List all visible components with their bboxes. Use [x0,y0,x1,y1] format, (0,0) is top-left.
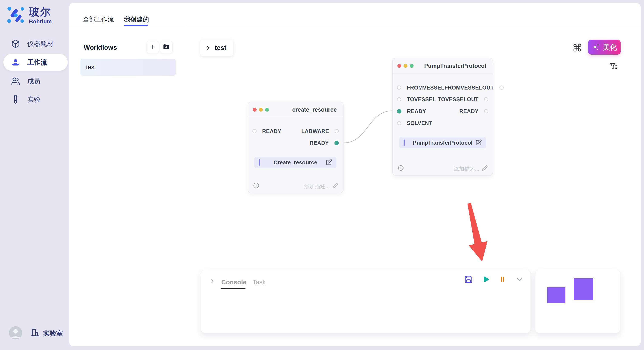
input-port-ready[interactable]: READY [397,108,426,114]
filter-button[interactable] [609,62,618,71]
red-annotation-arrow [459,200,497,268]
node-header: create_resource [248,102,343,117]
sidebar-footer: 实验室 [0,326,69,350]
input-port-ready[interactable]: READY [252,128,281,134]
input-port-tovessel[interactable]: TOVESSEL [397,96,436,103]
input-port-solvent[interactable]: SOLVENT [397,120,432,126]
output-port-fromvesselout[interactable]: FROMVESSELOUT [444,85,504,91]
package-icon [11,39,20,48]
sidebar-item-workflows[interactable]: 工作流 [4,54,68,71]
pause-button[interactable] [498,275,507,284]
save-button[interactable] [464,275,473,284]
node-pump-transfer-protocol[interactable]: PumpTransferProtocol FROMVESSEL FROMVESS… [392,58,493,176]
node-action-label: Create_resource [254,159,336,166]
tab-created-by-me[interactable]: 我创建的 [124,15,149,24]
add-workflow-button[interactable] [146,41,159,53]
workflow-tabbar: 全部工作流 我创建的 [69,3,640,26]
sidebar-item-instruments[interactable]: 仪器耗材 [4,35,68,52]
traffic-dots-icon [253,108,269,112]
node-create-resource[interactable]: create_resource READY LABWARE READY [248,102,344,193]
console-tab-underline [221,288,246,289]
port-handle-icon[interactable] [397,121,401,125]
minimap-node [547,287,566,303]
beautify-button[interactable]: 美化 [588,40,620,55]
sidebar-item-members[interactable]: 成员 [4,73,68,90]
traffic-dots-icon [398,64,414,68]
output-port-ready[interactable]: READY [459,108,488,114]
edit-icon[interactable] [326,159,332,167]
description-placeholder[interactable]: 添加描述... [304,183,330,190]
import-folder-button[interactable] [160,41,172,53]
active-tab-underline [124,25,148,26]
port-label: FROMVESSELOUT [444,85,494,91]
text-caret [404,140,405,146]
port-handle-icon[interactable] [334,141,339,145]
minimap-node [574,278,593,300]
test-tube-icon [11,95,20,104]
workspace-label[interactable]: 实验室 [43,329,63,338]
node-title: PumpTransferProtocol [424,58,486,74]
port-label: READY [310,140,329,146]
run-button[interactable] [481,275,490,284]
sidebar-item-label: 仪器耗材 [27,39,54,48]
port-handle-icon[interactable] [500,85,504,90]
sparkles-icon [592,43,600,51]
breadcrumb[interactable]: test [200,39,234,56]
workflow-list-panel: Workflows test [69,26,186,340]
info-icon[interactable] [253,182,259,189]
text-caret [259,159,260,166]
node-header: PumpTransferProtocol [393,58,492,74]
pencil-icon[interactable] [332,182,338,189]
port-handle-icon[interactable] [484,97,488,101]
sidebar-item-label: 实验 [27,95,40,104]
building-icon [30,328,40,339]
brand: 玻尔 Bohrium [7,6,52,25]
folder-download-icon [162,43,170,51]
filter-funnel-icon [609,62,618,71]
bohrium-logo-icon [7,6,25,24]
workflow-item-name: test [86,64,96,71]
plus-icon [149,43,156,51]
port-label: READY [459,108,478,114]
task-tab[interactable]: Task [252,279,266,286]
command-palette-button[interactable] [573,43,582,52]
node-footer: 添加描述... [393,162,492,175]
breadcrumb-label: test [215,44,226,52]
output-port-tovesselout[interactable]: TOVESSELOUT [438,96,488,103]
collapse-button[interactable] [515,275,524,284]
port-handle-icon[interactable] [334,129,339,133]
node-title: create_resource [292,102,337,117]
pause-icon [498,275,507,284]
node-action-label: PumpTransferProtocol [399,140,486,146]
console-expand-chevron-icon[interactable] [209,278,216,285]
sidebar: 玻尔 Bohrium 仪器耗材 工作流 [0,0,69,350]
port-handle-icon[interactable] [484,109,488,113]
tab-all-workflows[interactable]: 全部工作流 [83,15,114,24]
port-handle-icon[interactable] [397,97,401,101]
sidebar-item-experiments[interactable]: 实验 [4,91,68,108]
brand-subtitle: Bohrium [29,18,52,25]
workflow-list-item-test[interactable]: test [80,59,176,76]
port-handle-icon[interactable] [252,129,256,133]
output-port-labware[interactable]: LABWARE [301,128,339,134]
info-icon[interactable] [398,165,404,172]
port-handle-icon[interactable] [397,109,402,114]
pencil-icon[interactable] [482,165,488,172]
node-action-create-resource[interactable]: Create_resource [254,157,336,168]
user-avatar[interactable] [9,326,22,339]
minimap[interactable] [535,270,620,333]
port-label: FROMVESSEL [407,85,444,91]
input-port-fromvessel[interactable]: FROMVESSEL [397,85,444,91]
port-label: TOVESSELOUT [438,96,478,103]
port-label: READY [262,128,281,134]
console-tab[interactable]: Console [221,279,246,286]
port-label: TOVESSEL [407,96,436,103]
main-content: 全部工作流 我创建的 Workflows test [69,3,640,346]
node-action-pump-transfer[interactable]: PumpTransferProtocol [399,137,486,149]
output-port-ready[interactable]: READY [310,140,339,146]
port-handle-icon[interactable] [397,85,401,90]
sidebar-item-label: 成员 [27,77,40,86]
edit-icon[interactable] [475,139,482,147]
description-placeholder[interactable]: 添加描述... [454,166,480,173]
save-icon [464,275,473,284]
